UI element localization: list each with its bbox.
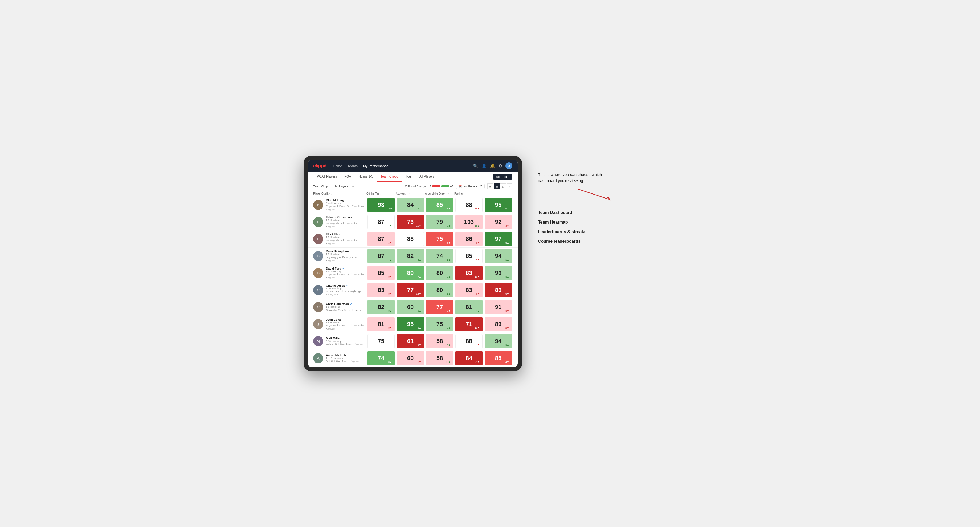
player-name: Dave Billingham <box>326 250 366 253</box>
heat-view-button[interactable]: ◫ <box>500 183 506 189</box>
score-value: 88 <box>407 236 414 243</box>
score-cell[interactable]: 803▲ <box>426 266 453 280</box>
score-cell[interactable]: 814▲ <box>455 300 482 314</box>
score-cell[interactable]: 92-3▼ <box>485 215 512 229</box>
score-cell[interactable]: 943▲ <box>485 334 512 348</box>
score-cell[interactable]: 77-14▼ <box>397 283 424 297</box>
score-cell[interactable]: 824▲ <box>397 249 424 263</box>
score-cell[interactable]: 85-3▼ <box>455 249 482 263</box>
col-header-player[interactable]: Player Quality ↓ <box>313 192 366 195</box>
score-cell[interactable]: 963▲ <box>485 266 512 280</box>
score-cell[interactable]: 752▲ <box>426 317 453 332</box>
score-cell[interactable]: 5810▲ <box>426 351 453 365</box>
player-info[interactable]: AAaron Nicholls11-15 HandicapDrift Golf … <box>313 351 366 365</box>
brand-logo[interactable]: clippd <box>313 163 326 169</box>
player-info[interactable]: CChris Robertson✓1-5 HandicapCraigmillar… <box>313 300 366 314</box>
nav-my-performance[interactable]: My Performance <box>363 164 388 168</box>
score-cell[interactable]: 91-3▼ <box>485 300 512 314</box>
player-info[interactable]: BBlair McHargPlus HandicapRoyal North De… <box>313 197 366 213</box>
score-cell[interactable]: 73-11▼ <box>397 215 424 229</box>
score-change: -6▼ <box>476 292 480 295</box>
score-cell[interactable]: 801▲ <box>426 283 453 297</box>
col-header-around[interactable]: Around the Green → <box>425 192 454 195</box>
player-info[interactable]: EEdward Crossman1-5 HandicapSunningdale … <box>313 213 366 230</box>
tab-tour[interactable]: Tour <box>402 171 416 181</box>
score-change: 10▲ <box>445 360 450 363</box>
score-cell[interactable]: 874▲ <box>368 249 395 263</box>
col-putting-label: Putting → <box>454 192 466 195</box>
score-cell[interactable]: 83-6▼ <box>455 283 482 297</box>
grid-view-button[interactable]: ⊞ <box>487 183 493 189</box>
list-view-button[interactable]: ↕ <box>506 183 512 189</box>
score-cell[interactable]: 71-11▼ <box>455 317 482 332</box>
score-cell[interactable]: 823▲ <box>368 300 395 314</box>
score-cell[interactable]: 88 <box>397 232 424 246</box>
score-cell[interactable]: 799▲ <box>426 215 453 229</box>
player-name: Elliot Ebert <box>326 233 366 236</box>
score-cell[interactable]: 84-21▼ <box>455 351 482 365</box>
score-cell[interactable]: 846▲ <box>397 198 424 212</box>
score-value: 82 <box>378 304 384 311</box>
tab-pgat-players[interactable]: PGAT Players <box>313 171 340 181</box>
score-cell[interactable]: 83-3▼ <box>368 283 395 297</box>
score-cell[interactable]: 941▲ <box>485 249 512 263</box>
score-cell[interactable]: 85-4▼ <box>485 351 512 365</box>
notifications-icon[interactable]: 🔔 <box>490 163 495 168</box>
score-cell[interactable]: 77-3▼ <box>426 300 453 314</box>
col-header-tee[interactable]: Off the Tee ↓ <box>366 192 396 195</box>
score-cell[interactable]: 86-8▼ <box>485 283 512 297</box>
score-cell[interactable]: 584▲ <box>426 334 453 348</box>
tab-pga[interactable]: PGA <box>340 171 355 181</box>
settings-icon[interactable]: ⚙ <box>498 163 502 168</box>
score-cell[interactable]: 75 <box>368 334 395 348</box>
score-cell[interactable]: 85-3▼ <box>368 266 395 280</box>
nav-teams[interactable]: Teams <box>347 164 358 168</box>
player-info[interactable]: DDavid Ford✓Plus HandicapRoyal North Dev… <box>313 265 366 282</box>
score-cell[interactable]: 87-3▼ <box>368 232 395 246</box>
last-rounds-button[interactable]: 📅 Last Rounds: 20 <box>456 184 485 189</box>
score-value: 89 <box>495 321 501 328</box>
score-cell[interactable]: 86-6▼ <box>455 232 482 246</box>
score-cell[interactable]: 61-3▼ <box>397 334 424 348</box>
score-value: 77 <box>436 304 443 311</box>
score-cell[interactable]: 81-3▼ <box>368 317 395 332</box>
edit-icon[interactable]: ✏ <box>352 185 354 188</box>
player-info[interactable]: DDave Billingham1-5 HandicapGog Magog Go… <box>313 248 366 264</box>
score-cell[interactable]: 75-3▼ <box>426 232 453 246</box>
view-icons: ⊞ ▦ ◫ ↕ <box>487 183 512 189</box>
score-cell[interactable]: 60-1▼ <box>397 351 424 365</box>
score-cell[interactable]: 83-10▼ <box>455 266 482 280</box>
score-cell[interactable]: 958▲ <box>397 317 424 332</box>
score-cell[interactable]: 748▲ <box>368 351 395 365</box>
score-cell[interactable]: 89-2▼ <box>485 317 512 332</box>
score-cell[interactable]: 897▲ <box>397 266 424 280</box>
col-header-approach[interactable]: Approach → <box>396 192 425 195</box>
score-cell[interactable]: 741▲ <box>426 249 453 263</box>
player-info[interactable]: EElliot Ebert1-5 HandicapSunningdale Gol… <box>313 230 366 247</box>
score-cell[interactable]: 975▲ <box>485 232 512 246</box>
player-info[interactable]: JJosh Coles1-5 HandicapRoyal North Devon… <box>313 316 366 333</box>
score-cell[interactable]: 88-1▼ <box>455 198 482 212</box>
col-header-putting[interactable]: Putting → <box>454 192 484 195</box>
tab-hcaps[interactable]: Hcaps 1-5 <box>355 171 377 181</box>
tab-all-players[interactable]: All Players <box>416 171 438 181</box>
player-details: Aaron Nicholls11-15 HandicapDrift Golf C… <box>326 354 360 363</box>
person-icon[interactable]: 👤 <box>482 163 487 168</box>
player-info[interactable]: CCharlie Quick✓6-10 HandicapSt. George's… <box>313 282 366 298</box>
search-icon[interactable]: 🔍 <box>473 163 478 168</box>
score-cell[interactable]: 959▲ <box>485 198 512 212</box>
tab-team-clippd[interactable]: Team Clippd <box>377 171 402 181</box>
score-cell[interactable]: 93+4 <box>368 198 395 212</box>
avatar[interactable]: U <box>506 162 512 169</box>
score-cell[interactable]: 10315▲ <box>455 215 482 229</box>
nav-home[interactable]: Home <box>333 164 342 168</box>
player-info[interactable]: MMatt Miller6-10 HandicapWoburn Golf Clu… <box>313 334 366 348</box>
add-team-button[interactable]: Add Team <box>493 174 512 179</box>
score-cell[interactable]: 602▲ <box>397 300 424 314</box>
score-cell[interactable]: 871▲ <box>368 215 395 229</box>
score-cell[interactable]: 88-2▼ <box>455 334 482 348</box>
table-view-button[interactable]: ▦ <box>494 183 500 189</box>
score-cell[interactable]: 858▲ <box>426 198 453 212</box>
player-meta: 1-5 HandicapCraigmillar Park, United Kin… <box>326 306 361 312</box>
red-arrow-container <box>538 186 612 202</box>
